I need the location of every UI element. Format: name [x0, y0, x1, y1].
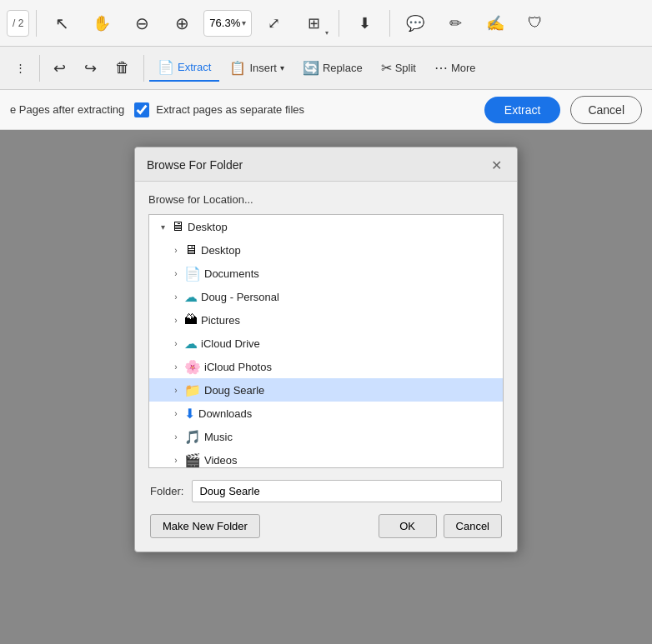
tree-item-icloud-photos[interactable]: › 🌸 iCloud Photos — [149, 355, 503, 378]
cloud-doug-icon: ☁ — [184, 289, 198, 305]
undo-icon: ↩ — [53, 59, 66, 77]
tree-item-desktop[interactable]: › 🖥 Desktop — [149, 238, 503, 262]
icloud-drive-label: iCloud Drive — [201, 337, 260, 350]
folder-input[interactable] — [192, 480, 502, 502]
highlight-button[interactable]: ✏ — [437, 5, 474, 42]
cursor-tool-button[interactable]: ↖ — [43, 5, 80, 42]
chevron-doug-searle-icon: › — [171, 386, 181, 395]
fit-page-button[interactable]: ⤢ — [255, 5, 292, 42]
chevron-icloud-icon: › — [171, 339, 181, 348]
sign-button[interactable]: ✍ — [477, 5, 514, 42]
more-button[interactable]: ⋯ More — [426, 55, 484, 81]
downloads-item-label: Downloads — [198, 407, 252, 420]
tree-item-pictures[interactable]: › 🏔 Pictures — [149, 308, 503, 332]
zoom-value-label: 76.3% — [209, 17, 240, 29]
tree-item-doug-personal[interactable]: › ☁ Doug - Personal — [149, 285, 503, 308]
icloud-photos-icon: 🌸 — [184, 359, 201, 375]
folder-row: Folder: — [148, 480, 504, 502]
separate-files-checkbox[interactable] — [134, 102, 149, 117]
insert-label: Insert — [249, 62, 277, 74]
root-chevron-icon: ▾ — [158, 222, 168, 232]
videos-item-label: Videos — [204, 454, 238, 467]
sign-icon: ✍ — [486, 14, 504, 32]
dialog-buttons: Make New Folder OK Cancel — [148, 514, 504, 542]
marquee-zoom-icon: ⊞ — [308, 14, 320, 32]
protect-icon: 🛡 — [528, 14, 543, 32]
chevron-desktop-icon: › — [171, 246, 181, 255]
tree-item-documents[interactable]: › 📄 Documents — [149, 262, 503, 285]
replace-label: Replace — [323, 62, 363, 74]
more-options-button[interactable]: ⋮ — [7, 57, 34, 79]
cancel-bar-button[interactable]: Cancel — [570, 96, 642, 124]
browse-folder-dialog: Browse For Folder ✕ Browse for Location.… — [134, 147, 518, 552]
music-item-label: Music — [204, 431, 233, 443]
tree-item-videos[interactable]: › 🎬 Videos — [149, 448, 503, 468]
chevron-doug-icon: › — [171, 292, 181, 302]
undo-button[interactable]: ↩ — [45, 54, 74, 82]
ok-cancel-group: OK Cancel — [379, 514, 502, 538]
tree-root-item[interactable]: ▾ 🖥 Desktop — [149, 215, 503, 238]
insert-dropdown-icon: ▾ — [280, 63, 284, 72]
pages-after-label: e Pages after extracting — [10, 103, 124, 116]
top-toolbar: / 2 ↖ ✋ ⊖ ⊕ 76.3% ▾ ⤢ ⊞ ▾ ⬇ 💬 ✏ ✍ 🛡 — [0, 0, 652, 47]
download-icon: ⬇ — [359, 14, 371, 32]
tree-item-icloud-drive[interactable]: › ☁ iCloud Drive — [149, 332, 503, 355]
divider2 — [339, 10, 339, 37]
zoom-in-icon: ⊕ — [175, 13, 189, 33]
delete-button[interactable]: 🗑 — [107, 54, 138, 82]
replace-button[interactable]: 🔄 Replace — [294, 55, 371, 81]
separate-files-label: Extract pages as separate files — [156, 103, 304, 116]
divider4 — [39, 55, 40, 82]
highlight-icon: ✏ — [449, 14, 462, 32]
file-tree[interactable]: ▾ 🖥 Desktop › 🖥 Desktop › 📄 Documents — [148, 214, 504, 468]
comment-icon: 💬 — [406, 14, 424, 32]
browse-subtitle: Browse for Location... — [148, 193, 504, 206]
ok-button[interactable]: OK — [379, 514, 437, 538]
zoom-dropdown-icon: ▾ — [242, 18, 246, 27]
extract-toolbar: ⋮ ↩ ↪ 🗑 📄 Extract 📋 Insert ▾ 🔄 Replace ✂… — [0, 47, 652, 90]
download-tool-button[interactable]: ⬇ — [346, 5, 383, 42]
comment-button[interactable]: 💬 — [397, 5, 434, 42]
dialog-body: Browse for Location... ▾ 🖥 Desktop › 🖥 D… — [135, 182, 517, 552]
more-icon: ⋯ — [434, 60, 448, 76]
delete-icon: 🗑 — [115, 59, 130, 77]
insert-button[interactable]: 📋 Insert ▾ — [221, 55, 293, 81]
dialog-close-button[interactable]: ✕ — [487, 156, 505, 174]
hand-tool-button[interactable]: ✋ — [83, 5, 120, 42]
extract-tab-button[interactable]: 📄 Extract — [149, 54, 219, 82]
chevron-videos-icon: › — [171, 456, 181, 465]
dialog-overlay: Browse For Folder ✕ Browse for Location.… — [0, 130, 652, 644]
split-label: Split — [395, 62, 416, 74]
redo-button[interactable]: ↪ — [76, 54, 105, 82]
extract-options-bar: e Pages after extracting Extract pages a… — [0, 90, 652, 130]
documents-icon: 📄 — [184, 266, 201, 282]
chevron-music-icon: › — [171, 432, 181, 442]
videos-icon: 🎬 — [184, 452, 201, 468]
cancel-dialog-button[interactable]: Cancel — [444, 514, 502, 538]
fit-page-icon: ⤢ — [268, 14, 280, 32]
zoom-out-button[interactable]: ⊖ — [123, 5, 160, 42]
protect-button[interactable]: 🛡 — [517, 5, 554, 42]
root-item-label: Desktop — [188, 221, 228, 233]
zoom-control[interactable]: / 2 — [7, 10, 29, 37]
chevron-pictures-icon: › — [171, 316, 181, 325]
icloud-drive-icon: ☁ — [184, 336, 198, 352]
make-new-folder-button[interactable]: Make New Folder — [150, 514, 260, 538]
extract-button[interactable]: Extract — [484, 97, 561, 123]
main-area: Browse For Folder ✕ Browse for Location.… — [0, 130, 652, 644]
split-button[interactable]: ✂ Split — [373, 55, 424, 81]
dialog-titlebar: Browse For Folder ✕ — [135, 147, 517, 182]
pictures-icon: 🏔 — [184, 312, 198, 327]
root-folder-icon: 🖥 — [171, 219, 184, 234]
icloud-photos-label: iCloud Photos — [204, 361, 272, 373]
zoom-value-control[interactable]: 76.3% ▾ — [203, 10, 252, 37]
redo-icon: ↪ — [84, 59, 97, 77]
tree-item-downloads[interactable]: › ⬇ Downloads — [149, 402, 503, 425]
separate-files-option[interactable]: Extract pages as separate files — [134, 102, 304, 117]
documents-item-label: Documents — [204, 267, 259, 280]
marquee-zoom-button[interactable]: ⊞ ▾ — [295, 5, 332, 42]
tree-item-music[interactable]: › 🎵 Music — [149, 425, 503, 448]
zoom-in-button[interactable]: ⊕ — [163, 5, 200, 42]
tree-item-doug-searle[interactable]: › 📁 Doug Searle — [149, 378, 503, 402]
doug-searle-folder-icon: 📁 — [184, 382, 201, 398]
